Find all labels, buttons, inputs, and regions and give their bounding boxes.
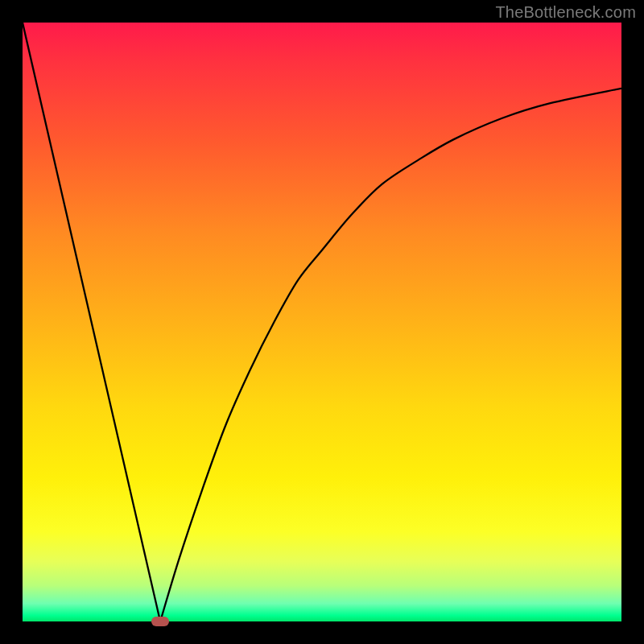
attribution-text: TheBottleneck.com <box>495 3 636 22</box>
plot-area <box>23 23 621 621</box>
chart-frame: TheBottleneck.com <box>0 0 644 644</box>
minimum-marker <box>151 617 169 626</box>
curve-svg <box>23 23 621 621</box>
bottleneck-curve-left <box>23 23 160 621</box>
bottleneck-curve-right <box>160 89 621 621</box>
